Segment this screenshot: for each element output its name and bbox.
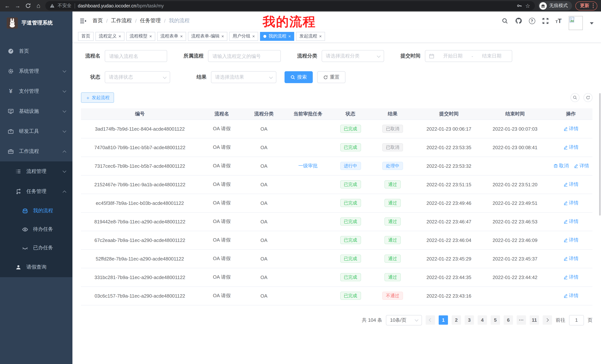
page-button-3[interactable]: 3: [465, 315, 474, 325]
page-button-2[interactable]: 2: [452, 315, 461, 325]
result-select[interactable]: 请选择流结果: [211, 71, 276, 83]
detail-link[interactable]: 详情: [563, 144, 579, 151]
chevron-down-icon: [377, 54, 381, 57]
github-icon[interactable]: [515, 18, 522, 24]
goto-page-input[interactable]: [569, 315, 584, 325]
prev-page-button[interactable]: [426, 315, 435, 325]
show-search-icon[interactable]: [571, 93, 580, 102]
bookmark-star-icon[interactable]: ☆: [525, 3, 530, 9]
search-button[interactable]: 搜索: [285, 71, 313, 83]
sidebar-item-workflow[interactable]: 工作流程: [0, 141, 72, 161]
tab-process-model[interactable]: 流程模型×: [126, 32, 155, 41]
font-size-icon[interactable]: TT: [555, 18, 562, 24]
page-button-11[interactable]: 11: [530, 315, 539, 325]
help-icon[interactable]: ?: [529, 18, 535, 24]
sidebar-item-devtools[interactable]: 研发工具: [0, 121, 72, 141]
detail-link[interactable]: 详情: [574, 163, 589, 169]
detail-link[interactable]: 详情: [563, 181, 579, 188]
detail-link[interactable]: 详情: [563, 218, 579, 225]
app-logo-row[interactable]: 芋道管理系统: [0, 16, 72, 30]
cancel-link[interactable]: 取消: [553, 163, 569, 169]
close-icon[interactable]: ×: [149, 34, 152, 38]
sidebar-item-done-tasks[interactable]: 已办任务: [0, 239, 72, 257]
owner-process-input[interactable]: [208, 50, 281, 62]
close-icon[interactable]: ×: [221, 34, 224, 38]
sidebar-item-task-mgmt[interactable]: 任务管理: [0, 182, 72, 201]
scrollbar-thumb[interactable]: [599, 93, 601, 216]
avatar[interactable]: [569, 16, 583, 30]
address-bar[interactable]: 不安全 dashboard.yudao.iocoder.cn/bpm/task/…: [45, 1, 535, 10]
tab-process-form-edit[interactable]: 流程表单-编辑×: [188, 32, 227, 41]
tab-my-process[interactable]: 我的流程×: [260, 32, 294, 41]
filter-submit-time: 提交时间 开始日期 - 结束日期: [392, 50, 512, 62]
back-icon[interactable]: ←: [4, 2, 11, 9]
page-button-1[interactable]: 1: [439, 315, 448, 325]
detail-link[interactable]: 详情: [563, 125, 579, 132]
browser-menu-icon[interactable]: [593, 3, 594, 8]
calendar-icon: [429, 53, 434, 59]
page-button-4[interactable]: 4: [478, 315, 487, 325]
chevron-up-icon: [63, 190, 66, 194]
result-badge: 通过: [384, 180, 401, 189]
detail-link[interactable]: 详情: [563, 274, 579, 280]
home-icon[interactable]: ⌂: [35, 2, 42, 9]
breadcrumb-home[interactable]: 首页: [92, 18, 103, 24]
process-name-label: 流程名: [81, 53, 100, 59]
refresh-icon[interactable]: [583, 93, 592, 102]
status-badge: 已完成: [340, 125, 361, 133]
update-label: 更新: [580, 3, 589, 9]
reload-icon[interactable]: [25, 2, 31, 9]
sidebar-item-payment[interactable]: ¥ 支付管理: [0, 81, 72, 101]
category-select[interactable]: 请选择流程分类: [322, 50, 384, 62]
close-icon[interactable]: ×: [252, 34, 255, 38]
detail-link[interactable]: 详情: [563, 292, 579, 299]
tab-start-process[interactable]: 发起流程×: [296, 32, 325, 41]
status-badge: 已完成: [340, 217, 361, 226]
tab-process-definition[interactable]: 流程定义×: [95, 32, 124, 41]
detail-link[interactable]: 详情: [563, 200, 579, 206]
tab-home[interactable]: 首页: [78, 32, 94, 41]
chevron-down-icon: [269, 75, 273, 79]
close-icon[interactable]: ×: [180, 34, 183, 38]
start-process-button[interactable]: ＋ 发起流程: [81, 92, 114, 103]
tab-process-form[interactable]: 流程表单×: [157, 32, 186, 41]
fullscreen-icon[interactable]: [542, 18, 549, 24]
sidebar-item-process-mgmt[interactable]: 流程管理: [0, 161, 72, 182]
sidebar-item-leave-query[interactable]: 请假查询: [0, 257, 72, 277]
forward-icon[interactable]: →: [14, 2, 21, 9]
password-key-icon[interactable]: [517, 3, 522, 9]
page-header: 首页 / 工作流程 / 任务管理 / 我的流程 我的流程 ?: [72, 11, 601, 30]
page-button-5[interactable]: 5: [491, 315, 500, 325]
sidebar-fold-icon[interactable]: [80, 18, 86, 24]
current-task-link[interactable]: 一级审批: [298, 163, 318, 168]
page-size-select[interactable]: 10条/页: [386, 315, 422, 325]
sidebar-item-home[interactable]: 首页: [0, 41, 72, 61]
next-page-button[interactable]: [543, 315, 552, 325]
close-icon[interactable]: ×: [288, 34, 291, 38]
close-icon[interactable]: ×: [319, 34, 322, 38]
sidebar-item-system[interactable]: 系统管理: [0, 61, 72, 81]
sidebar-item-todo-tasks[interactable]: 待办任务: [0, 220, 72, 239]
chevron-down-icon: [63, 69, 66, 72]
process-name-input[interactable]: [105, 50, 167, 62]
page-ellipsis[interactable]: ···: [517, 315, 526, 325]
browser-update-button[interactable]: 更新: [575, 1, 597, 10]
page-button-6[interactable]: 6: [504, 315, 513, 325]
breadcrumb-task-mgmt[interactable]: 任务管理: [140, 18, 161, 24]
detail-link[interactable]: 详情: [563, 255, 579, 262]
sidebar-item-my-process[interactable]: 我的流程: [0, 201, 72, 220]
date-range-picker[interactable]: 开始日期 - 结束日期: [425, 50, 512, 62]
status-label: 状态: [81, 74, 100, 80]
search-icon[interactable]: [502, 18, 508, 24]
reset-button[interactable]: 重置: [317, 71, 345, 83]
status-select[interactable]: 请选择状态: [105, 71, 170, 83]
detail-link[interactable]: 详情: [563, 237, 579, 243]
close-icon[interactable]: ×: [119, 34, 121, 38]
incognito-label: 无痕模式: [549, 3, 568, 9]
breadcrumb-workflow[interactable]: 工作流程: [111, 18, 132, 24]
pagination: 共 104 条 10条/页 1 2 3 4 5 6 ··· 11 前往: [81, 315, 592, 336]
breadcrumb: 首页 / 工作流程 / 任务管理 / 我的流程: [92, 18, 190, 24]
caret-down-icon[interactable]: [590, 22, 594, 25]
tab-user-group[interactable]: 用户分组×: [229, 32, 258, 41]
sidebar-item-infra[interactable]: 基础设施: [0, 101, 72, 121]
